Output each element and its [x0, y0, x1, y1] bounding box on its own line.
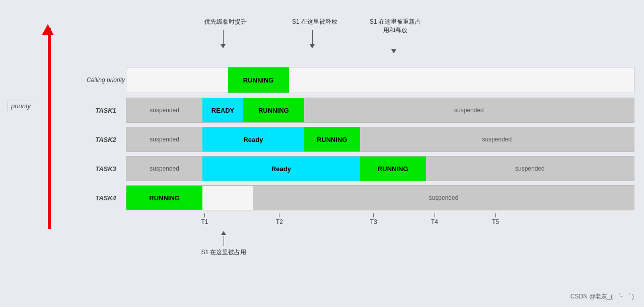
task2-suspended1: suspended: [126, 127, 202, 151]
time-markers: T1 T2 T3 T4 T5: [126, 213, 634, 228]
ceiling-content: RUNNING: [126, 67, 634, 93]
time-t4: T4: [431, 213, 438, 225]
row-task1: TASK1 suspended READY RUNNING suspended: [86, 97, 634, 124]
watermark: CSDN @老灰_( ゜- ゜ ): [570, 292, 634, 301]
task4-content: RUNNING suspended: [126, 185, 634, 210]
task1-content: suspended READY RUNNING suspended: [126, 98, 634, 123]
ann2-arrow: [312, 30, 313, 45]
ann1-arrowhead: [221, 44, 226, 48]
task4-white: [202, 186, 253, 210]
row-task4: TASK4 RUNNING suspended: [86, 184, 634, 211]
task4-label: TASK4: [86, 194, 126, 202]
ann3-arrow: [394, 39, 394, 50]
task3-suspended2: suspended: [426, 157, 634, 181]
ann1-arrow: [223, 30, 224, 45]
task3-suspended1: suspended: [126, 157, 202, 181]
task2-content: suspended Ready RUNNING suspended: [126, 127, 634, 152]
task2-suspended2: suspended: [360, 127, 634, 151]
time-t1: T1: [201, 213, 208, 225]
time-t2: T2: [276, 213, 283, 225]
ann3-arrowhead: [391, 49, 396, 53]
chart-area: 优先级临时提升 S1 在这里被释放 S1 在这里被重新占 用和释放 Ceilin…: [86, 15, 634, 231]
ceiling-seg-white2: [289, 67, 634, 93]
task3-ready: Ready: [202, 157, 360, 181]
ceiling-seg-white1: [126, 67, 228, 93]
task1-ready: READY: [202, 98, 243, 122]
main-container: priority 优先级临时提升 S1 在这里被释放 S1 在这里被重新占 用和…: [0, 0, 644, 307]
task3-content: suspended Ready RUNNING suspended: [126, 156, 634, 181]
task2-running: RUNNING: [304, 127, 360, 151]
ceiling-seg-running: RUNNING: [228, 67, 289, 93]
task1-label: TASK1: [86, 107, 126, 114]
task1-suspended2: suspended: [304, 98, 634, 122]
time-t5: T5: [492, 213, 499, 225]
annotation-s1-released: S1 在这里被释放: [287, 18, 342, 26]
ann2-arrowhead: [310, 44, 315, 48]
task1-running: RUNNING: [243, 98, 304, 122]
task4-running: RUNNING: [126, 186, 202, 210]
task4-suspended: suspended: [253, 186, 634, 210]
bottom-ann-s1-acquired: S1 在这里被占用: [201, 231, 246, 257]
task2-label: TASK2: [86, 136, 126, 143]
ceiling-label: Ceiling priority: [86, 76, 126, 84]
priority-label: priority: [8, 101, 34, 111]
task3-running: RUNNING: [360, 157, 426, 181]
annotation-s1-reacquired: S1 在这里被重新占 用和释放: [363, 18, 428, 35]
row-task3: TASK3 suspended Ready RUNNING suspended: [86, 155, 634, 182]
row-task2: TASK2 suspended Ready RUNNING suspended: [86, 126, 634, 153]
row-ceiling: Ceiling priority RUNNING: [86, 65, 634, 95]
task1-suspended1: suspended: [126, 98, 202, 122]
time-t3: T3: [370, 213, 377, 225]
annotation-priority-boost: 优先级临时提升: [200, 18, 251, 26]
task3-label: TASK3: [86, 165, 126, 173]
priority-arrow-line: [48, 28, 51, 229]
top-annotations: 优先级临时提升 S1 在这里被释放 S1 在这里被重新占 用和释放: [126, 15, 634, 65]
task2-ready: Ready: [202, 127, 304, 151]
